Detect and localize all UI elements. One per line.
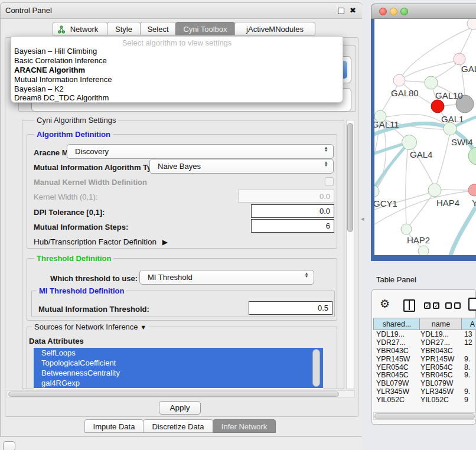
dropdown-item[interactable]: Bayesian – K2 [12, 84, 341, 94]
node-label: GCY1 [374, 198, 397, 208]
column-header-name[interactable]: name [419, 318, 462, 330]
close-traffic-icon[interactable] [379, 8, 387, 15]
mi-type-combo[interactable]: Naive Bayes ▲▼ [149, 159, 334, 174]
dpi-tolerance-label: DPI Tolerance [0,1]: [34, 208, 105, 217]
zoom-traffic-icon[interactable] [400, 8, 408, 15]
attribute-item[interactable]: gal4RGexp [34, 378, 323, 388]
tab-style[interactable]: Style [107, 22, 141, 35]
dropdown-item-selected[interactable]: ARACNE Algorithm [12, 66, 341, 75]
settings-vertical-scrollbar[interactable] [346, 120, 354, 389]
minimize-icon[interactable] [338, 8, 344, 14]
table-row[interactable]: YPR145WYPR145W9. [373, 356, 476, 364]
data-attributes-label: Data Attributes [29, 337, 84, 345]
settings-group-title: Cyni Algorithm Settings [34, 116, 118, 125]
table-rows: YDL19...YDL19...13 YDR27...YDR27...12 YB… [373, 331, 476, 403]
network-focus-frame [371, 255, 476, 261]
close-icon[interactable]: ✖ [350, 3, 356, 18]
tab-select[interactable]: Select [140, 22, 176, 35]
combo-spinner-icon: ▲▼ [304, 272, 309, 278]
mi-steps-label: Mutual Information Steps: [34, 223, 128, 231]
table-panel-title: Table Panel [376, 275, 416, 284]
node-label: GAL4 [410, 149, 432, 159]
node-label: GAL10 [435, 90, 463, 100]
mi-type-label: Mutual Information Algorithm Type: [34, 163, 163, 172]
expand-right-icon[interactable]: ▶ [162, 238, 168, 246]
node-label: SWI4 [451, 137, 473, 147]
dpi-tolerance-input[interactable] [251, 204, 334, 218]
gear-icon[interactable]: ⚙ [380, 297, 390, 311]
node-label: GAL11 [374, 119, 399, 129]
mi-steps-input[interactable] [251, 219, 334, 233]
which-threshold-label: Which threshold to use: [50, 274, 138, 283]
combo-spinner-icon: ▲▼ [324, 161, 328, 167]
table-row[interactable]: YBR043CYBR043C [373, 347, 476, 356]
aracne-mode-combo[interactable]: Discovery ▲▼ [67, 144, 334, 159]
tab-impute-data[interactable]: Impute Data [84, 419, 144, 433]
network-window-titlebar[interactable] [371, 4, 476, 19]
tab-network[interactable]: Network [53, 22, 107, 35]
node-label: GAL80 [391, 88, 419, 98]
table-row[interactable]: YDR27...YDR27...12 [373, 339, 476, 347]
control-panel-titlebar: Control Panel ✖ [1, 3, 362, 19]
network-graph: GAL80 GAL10 GAL1 GAL11 SWI4 GAL4 GCY1 HA… [374, 19, 476, 255]
column-view-icon[interactable] [403, 299, 415, 312]
dropdown-placeholder: Select algorithm to view settings [11, 38, 343, 47]
settings-horizontal-scrollbar[interactable] [6, 390, 355, 397]
apply-button[interactable]: Apply [159, 401, 201, 415]
list-scrollbar-thumb[interactable] [312, 349, 320, 387]
table-row[interactable]: YDL19...YDL19...13 [373, 331, 476, 339]
data-attributes-list: SelfLoops TopologicalCoefficient Between… [34, 348, 323, 389]
dropdown-item[interactable]: Mutual Information Inference [12, 75, 341, 84]
panel-title: Control Panel [5, 3, 52, 18]
corner-button[interactable] [3, 441, 15, 450]
network-view-canvas[interactable]: GAL80 GAL10 GAL1 GAL11 SWI4 GAL4 GCY1 HA… [374, 19, 476, 255]
scrollbar-thumb[interactable] [374, 413, 475, 419]
hub-definition-toggle[interactable]: Hub/Transcription Factor Definition ▶ [34, 237, 168, 246]
attribute-item[interactable]: TopologicalCoefficient [34, 358, 323, 368]
which-threshold-combo[interactable]: MI Threshold ▲▼ [139, 270, 314, 285]
table-row[interactable]: YIL052CYIL052C9 [373, 396, 476, 403]
dropdown-item[interactable]: Basic Correlation Inference [12, 56, 341, 66]
splitter-handle-icon[interactable]: ◂ [361, 215, 364, 223]
table-horizontal-scrollbar[interactable] [373, 412, 476, 420]
node-label: HAP2 [407, 235, 430, 245]
document-icon[interactable] [468, 298, 476, 311]
manual-kernel-label: Manual Kernel Width Definition [34, 178, 147, 187]
tab-cyni-toolbox[interactable]: Cyni Toolbox [175, 22, 235, 35]
mi-threshold-group-title: MI Threshold Definition [37, 286, 126, 295]
dropdown-item[interactable]: Bayesian – Hill Climbing [12, 47, 341, 56]
attribute-item[interactable]: BetweennessCentrality [34, 368, 323, 378]
tab-discretize-data[interactable]: Discretize Data [143, 419, 213, 433]
control-panel-window: Control Panel ✖ Network Style Select Cyn… [0, 2, 363, 437]
column-header-partial[interactable]: A [461, 318, 476, 330]
kernel-width-label: Kernel Width (0,1): [34, 193, 97, 201]
scrollbar-thumb[interactable] [8, 392, 339, 397]
combo-spinner-icon: ▲▼ [324, 146, 328, 152]
algorithm-dropdown-popup: Select algorithm to view settings Bayesi… [11, 36, 343, 103]
tab-jactivemnodules[interactable]: jActiveMNodules [234, 22, 315, 35]
node-label: GAL [461, 64, 476, 74]
control-panel-tabs: Network Style Select Cyni Toolbox jActiv… [1, 21, 362, 37]
tab-infer-network[interactable]: Infer Network [213, 419, 276, 433]
threshold-definition-title: Threshold Definition [34, 254, 113, 263]
collapse-down-icon[interactable]: ▼ [140, 324, 146, 331]
table-row[interactable]: YLR345WYLR345W9. [373, 388, 476, 396]
table-row[interactable]: YBL079WYBL079W [373, 380, 476, 388]
network-node-labels: GAL80 GAL10 GAL1 GAL11 SWI4 GAL4 GCY1 HA… [374, 64, 476, 245]
kernel-width-input[interactable] [238, 190, 334, 203]
column-header-shared-name[interactable]: shared... [373, 318, 420, 330]
scrollbar-thumb[interactable] [347, 123, 353, 232]
mi-threshold-input[interactable] [249, 301, 332, 315]
node-label: GAL1 [441, 114, 464, 124]
sources-group-title[interactable]: Sources for Network Inference ▼ [32, 322, 149, 331]
attribute-item[interactable]: SelfLoops [34, 348, 323, 358]
table-row[interactable]: YER054CYER054C8. [373, 364, 476, 372]
node-label: Y [472, 198, 476, 208]
node-label: HAP4 [436, 198, 459, 208]
algorithm-definition-title: Algorithm Definition [34, 130, 113, 139]
mi-threshold-label: Mutual Information Threshold: [38, 305, 149, 314]
manual-kernel-checkbox[interactable] [325, 177, 334, 186]
table-row[interactable]: YBR045CYBR045C9. [373, 371, 476, 380]
minimize-traffic-icon[interactable] [390, 8, 397, 15]
dropdown-item[interactable]: Dream8 DC_TDC Algorithm [12, 93, 341, 103]
